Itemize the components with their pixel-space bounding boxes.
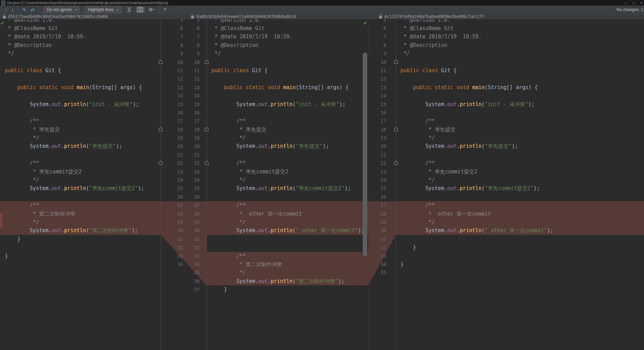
line-number: 16 [183,108,200,117]
next-change-button[interactable]: ↓ [11,6,14,13]
line-number: 28 [161,210,183,218]
code-line: * 率先提交 [396,125,644,134]
code-line [396,108,644,117]
code-line: * @version 1.0. [0,19,161,24]
code-line [396,58,644,66]
code-line: System.out.println("init - 未冲突"); [396,100,644,108]
line-number: 23 [368,168,386,176]
code-line: /** [0,201,161,209]
maximize-button[interactable]: □ [633,0,635,6]
code-line: System.out.println("率先commit提交2"); [396,184,644,192]
right-editor-pane[interactable]: * @version 1.0. * @ClassName Git * @date… [396,19,644,350]
line-number: 28 [368,210,386,218]
code-line: * other 第一次commit [207,210,368,218]
change-marker-icon[interactable] [204,160,209,165]
code-line [207,193,368,201]
change-marker-icon[interactable] [394,127,398,132]
code-line: System.out.println(" other 第一次commit"); [396,226,644,235]
line-number: 15 [161,100,183,108]
code-line [207,151,368,159]
line-number: 5 [183,19,200,24]
change-marker-icon[interactable] [394,160,398,165]
compare-swap-button[interactable]: ⇄ [31,6,35,13]
scrollbar-thumb[interactable] [363,53,367,256]
line-number: 29 [368,218,386,226]
right-commit-hash: dc115f474d9a24da7babed0898e3ba00b71e11ff [384,14,484,19]
line-number: 29 [183,218,200,226]
change-marker-icon[interactable] [158,127,163,132]
middle-editor-pane[interactable]: * @version 1.0. * @ClassName Git * @date… [207,19,368,350]
left-editor-pane[interactable]: * @version 1.0. * @ClassName Git * @date… [0,19,161,350]
diff-editor[interactable]: * @version 1.0. * @ClassName Git * @date… [0,19,644,350]
line-number: 27 [368,201,386,209]
code-line: * @date 2019/7/19 10:59. [207,32,368,41]
line-number: 10 [183,58,200,66]
line-number: 10 [161,58,183,66]
code-line [207,243,368,252]
code-line [396,75,644,83]
line-number: 7 [368,32,386,41]
left-commit-hash: d5b173aedb609c80d24a55e59667823885cc8468 [8,14,108,19]
highlight-mode-dropdown[interactable]: Highlight lines ▼ [85,6,122,13]
pane-divider [161,19,161,350]
change-marker-icon[interactable] [158,59,163,64]
previous-change-button[interactable]: ↑ [5,6,7,13]
applied-check-icon: ✔ [363,20,368,26]
line-number: 24 [161,176,183,184]
code-line: * @Description [396,41,644,49]
edit-button[interactable]: ✎ [22,6,27,13]
code-line: /** [0,159,161,167]
lock-icon [191,15,194,19]
line-number: 34 [183,260,200,268]
line-number: 21 [161,151,183,159]
code-line: * 率先提交 [207,125,368,134]
code-line: public class Git { [396,66,644,75]
ignore-policy-dropdown[interactable]: Do not ignore ▼ [44,6,79,13]
code-line: System.out.println("init - 未冲突"); [207,100,368,108]
change-marker-icon[interactable] [158,160,163,165]
line-number: 9 [368,49,386,58]
change-marker-icon[interactable] [204,127,209,132]
line-number: 10 [368,58,386,66]
code-line [396,252,644,260]
close-button[interactable]: × [641,0,643,6]
code-line: } [207,285,368,294]
line-number: 22 [161,159,183,167]
code-line [396,151,644,159]
code-line: public static void main(String[] args) { [396,83,644,92]
split-viewer-icon [138,7,143,12]
line-number: 14 [161,92,183,100]
line-number: 26 [161,193,183,201]
line-number: 30 [161,226,183,235]
code-line: * 率先commit提交2 [0,168,161,176]
ignore-policy-value: Do not ignore [47,7,72,12]
code-line: */ [207,176,368,184]
code-line: System.out.println(" other 第一次commit"); [207,226,368,235]
help-button[interactable]: ? [163,6,166,13]
window-titlebar: Git.java (C:\Users\HealerJean\Desktop\gi… [0,0,644,6]
line-number: 13 [368,83,386,92]
code-line: */ [396,176,644,184]
line-number: 12 [183,75,200,83]
line-number: 5 [161,19,183,24]
code-line: public class Git { [207,66,368,75]
code-line: * 率先提交 [0,125,161,134]
code-line: * @date 2019/7/19 10:59. [396,32,644,41]
viewer-toggle-button[interactable] [136,7,144,13]
code-line: * @ClassName Git [207,24,368,32]
minimize-button[interactable]: — [623,0,627,6]
code-line: * @Description [0,41,161,49]
collapse-unchanged-button[interactable] [126,7,132,12]
code-line [207,58,368,66]
code-line: * @version 1.0. [207,19,368,24]
code-line: * other 第一次commit [396,210,644,218]
middle-revision-header: 0ad6c81b9a542eee611a0b8384602078d68a6b1d [191,14,296,19]
change-marker-icon[interactable] [204,59,209,64]
line-number: 32 [368,243,386,252]
line-number: 23 [183,168,200,176]
line-number: 33 [161,252,183,260]
code-line: System.out.println("率先commit提交2"); [207,184,368,192]
code-line: * 率先commit提交2 [207,168,368,176]
settings-gear-button[interactable]: ⚙ ▾ [149,6,155,13]
change-marker-icon[interactable] [394,59,398,64]
